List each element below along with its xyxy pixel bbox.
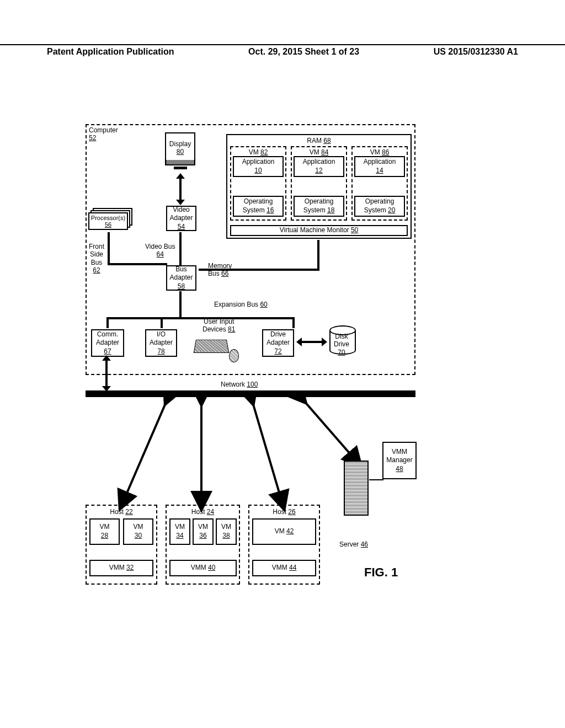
drive-adapter: DriveAdapter 72 (262, 329, 294, 357)
video-adapter: VideoAdapter 54 (166, 206, 196, 231)
video-adapter-label: VideoAdapter (169, 206, 193, 223)
os-18: OperatingSystem 18 (294, 196, 344, 217)
video-bus-arrow (179, 178, 182, 201)
vmm-44: VMM 44 (252, 560, 316, 576)
vm-30: VM30 (123, 518, 153, 545)
vmm-40: VMM 40 (169, 560, 237, 576)
header-left: Patent Application Publication (47, 47, 174, 57)
ram-label: RAM 68 (307, 137, 331, 146)
os-16: OperatingSystem 16 (233, 196, 284, 217)
disk-drive-label: DiskDrive70 (334, 333, 349, 356)
vm-36: VM36 (193, 518, 214, 545)
header-center: Oct. 29, 2015 Sheet 1 of 23 (248, 47, 359, 57)
vmm-32: VMM 32 (89, 560, 153, 576)
network-bar (86, 390, 415, 397)
server-tower (344, 461, 369, 516)
vm-38: VM38 (216, 518, 237, 545)
expansion-bus: Expansion Bus 60 (214, 301, 268, 308)
header-right: US 2015/0312330 A1 (434, 47, 518, 57)
svg-line-2 (251, 397, 282, 502)
drive-disk-arrow (301, 341, 323, 343)
page-header: Patent Application Publication Oct. 29, … (0, 44, 565, 57)
computer-title: Computer 52 (89, 126, 118, 142)
network-label: Network 100 (221, 381, 258, 388)
vmm-50: Virtual Machine Monitor 50 (230, 225, 408, 236)
svg-line-0 (123, 397, 168, 502)
comm-adapter: Comm.Adapter 67 (91, 329, 124, 357)
app-10: Application10 (233, 156, 284, 177)
line-proc-bus (108, 232, 110, 265)
app-14: Application14 (354, 156, 405, 177)
comm-network-arrow (105, 360, 108, 387)
bus-adapter: BusAdapter 58 (166, 265, 196, 291)
app-12: Application12 (294, 156, 344, 177)
vmm-manager: VMMManager 48 (382, 442, 417, 479)
front-side-bus: FrontSideBus62 (89, 243, 104, 275)
figure-label: FIG. 1 (364, 565, 398, 580)
io-adapter: I/OAdapter 78 (145, 329, 177, 357)
server-label: Server 46 (339, 540, 368, 548)
mouse-icon (229, 349, 239, 362)
os-20: OperatingSystem 20 (354, 196, 405, 217)
vm-42: VM 42 (252, 518, 316, 545)
vm-34: VM34 (169, 518, 190, 545)
svg-line-3 (301, 397, 356, 461)
vm-28: VM28 (89, 518, 120, 545)
user-input-label: User InputDevices 81 (202, 318, 235, 334)
processors: Processor(s) 56 (88, 208, 134, 230)
video-bus-label: Video Bus64 (145, 243, 175, 259)
keyboard-icon (194, 340, 230, 353)
diagram-container: Computer 52 Display 80 Processor(s) 56 V… (86, 124, 417, 593)
